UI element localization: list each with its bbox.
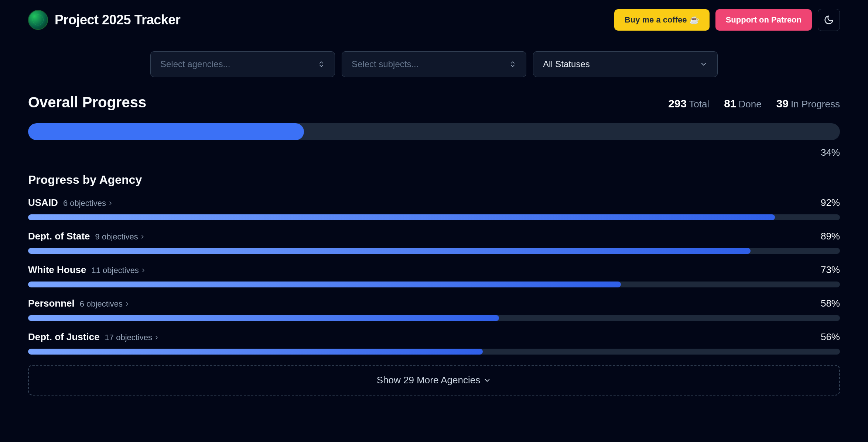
agency-progress-bar bbox=[28, 349, 840, 355]
agency-row: USAID6 objectives92% bbox=[28, 197, 840, 220]
stat-total-num: 293 bbox=[668, 97, 687, 110]
agency-progress-bar bbox=[28, 248, 840, 254]
agency-percent: 89% bbox=[821, 231, 840, 242]
stat-inprogress: 39In Progress bbox=[776, 97, 840, 110]
main-content: Overall Progress 293Total 81Done 39In Pr… bbox=[0, 88, 868, 396]
chevron-right-icon bbox=[140, 267, 146, 273]
agency-objectives: 11 objectives bbox=[91, 266, 146, 275]
agency-row: White House11 objectives73% bbox=[28, 264, 840, 287]
overall-header: Overall Progress 293Total 81Done 39In Pr… bbox=[28, 94, 840, 111]
radar-logo-icon bbox=[28, 10, 48, 30]
agency-progress-fill bbox=[28, 349, 483, 355]
buy-coffee-button[interactable]: Buy me a coffee ☕ bbox=[614, 9, 710, 31]
agency-progress-bar bbox=[28, 315, 840, 321]
agency-link[interactable]: Personnel6 objectives bbox=[28, 298, 130, 309]
stat-inprogress-num: 39 bbox=[776, 97, 789, 110]
chevron-down-icon bbox=[483, 376, 491, 384]
agencies-list: USAID6 objectives92%Dept. of State9 obje… bbox=[28, 197, 840, 355]
subjects-placeholder: Select subjects... bbox=[352, 59, 418, 69]
agency-row: Dept. of State9 objectives89% bbox=[28, 231, 840, 254]
status-label: All Statuses bbox=[543, 59, 590, 69]
chevrons-up-down-icon bbox=[509, 61, 516, 68]
header-left: Project 2025 Tracker bbox=[28, 10, 180, 30]
stat-done-label: Done bbox=[739, 99, 762, 110]
agencies-placeholder: Select agencies... bbox=[160, 59, 230, 69]
chevron-down-icon bbox=[700, 60, 708, 68]
overall-progress-bar bbox=[28, 123, 840, 140]
agency-percent: 58% bbox=[821, 298, 840, 309]
agency-link[interactable]: Dept. of State9 objectives bbox=[28, 231, 146, 242]
agency-section-title: Progress by Agency bbox=[28, 173, 840, 187]
header-right: Buy me a coffee ☕ Support on Patreon bbox=[614, 9, 840, 31]
chevron-right-icon bbox=[140, 234, 146, 240]
agency-name: Dept. of Justice bbox=[28, 331, 100, 343]
agency-header: Personnel6 objectives58% bbox=[28, 298, 840, 309]
stat-inprogress-label: In Progress bbox=[791, 99, 840, 110]
agency-progress-bar bbox=[28, 214, 840, 220]
stat-total-label: Total bbox=[689, 99, 709, 110]
agency-progress-fill bbox=[28, 282, 621, 287]
app-header: Project 2025 Tracker Buy me a coffee ☕ S… bbox=[0, 0, 868, 40]
agency-header: Dept. of State9 objectives89% bbox=[28, 231, 840, 242]
overall-title: Overall Progress bbox=[28, 94, 146, 111]
chevron-right-icon bbox=[124, 301, 130, 307]
site-title: Project 2025 Tracker bbox=[55, 12, 180, 28]
agency-objectives: 9 objectives bbox=[95, 232, 146, 242]
patreon-button[interactable]: Support on Patreon bbox=[715, 9, 812, 31]
overall-percent: 34% bbox=[28, 147, 840, 158]
agency-link[interactable]: White House11 objectives bbox=[28, 264, 146, 276]
agency-header: USAID6 objectives92% bbox=[28, 197, 840, 208]
agency-percent: 56% bbox=[821, 331, 840, 343]
show-more-button[interactable]: Show 29 More Agencies bbox=[28, 365, 840, 396]
chevron-right-icon bbox=[154, 335, 160, 341]
agencies-select[interactable]: Select agencies... bbox=[150, 51, 335, 77]
status-select[interactable]: All Statuses bbox=[533, 51, 718, 77]
overall-progress-fill bbox=[28, 123, 304, 140]
stat-total: 293Total bbox=[668, 97, 709, 110]
agency-objectives: 6 objectives bbox=[80, 299, 130, 309]
agency-name: USAID bbox=[28, 197, 58, 208]
agency-name: Personnel bbox=[28, 298, 75, 309]
show-more-label: Show 29 More Agencies bbox=[377, 374, 480, 386]
agency-percent: 92% bbox=[821, 197, 840, 208]
agency-row: Dept. of Justice17 objectives56% bbox=[28, 331, 840, 355]
agency-percent: 73% bbox=[821, 264, 840, 276]
agency-progress-fill bbox=[28, 248, 751, 254]
agency-progress-bar bbox=[28, 282, 840, 287]
stat-done-num: 81 bbox=[724, 97, 736, 110]
agency-progress-fill bbox=[28, 214, 775, 220]
agency-name: Dept. of State bbox=[28, 231, 90, 242]
agency-objectives: 6 objectives bbox=[63, 198, 113, 208]
moon-icon bbox=[824, 15, 834, 25]
agency-header: Dept. of Justice17 objectives56% bbox=[28, 331, 840, 343]
agency-name: White House bbox=[28, 264, 86, 276]
agency-progress-fill bbox=[28, 315, 499, 321]
theme-toggle-button[interactable] bbox=[818, 9, 840, 31]
overall-stats: 293Total 81Done 39In Progress bbox=[668, 97, 840, 110]
agency-objectives: 17 objectives bbox=[105, 333, 160, 342]
chevron-right-icon bbox=[107, 200, 113, 206]
agency-link[interactable]: Dept. of Justice17 objectives bbox=[28, 331, 160, 343]
filter-bar: Select agencies... Select subjects... Al… bbox=[0, 40, 868, 88]
stat-done: 81Done bbox=[724, 97, 762, 110]
subjects-select[interactable]: Select subjects... bbox=[342, 51, 526, 77]
chevrons-up-down-icon bbox=[318, 61, 325, 68]
agency-link[interactable]: USAID6 objectives bbox=[28, 197, 113, 208]
agency-row: Personnel6 objectives58% bbox=[28, 298, 840, 321]
agency-header: White House11 objectives73% bbox=[28, 264, 840, 276]
